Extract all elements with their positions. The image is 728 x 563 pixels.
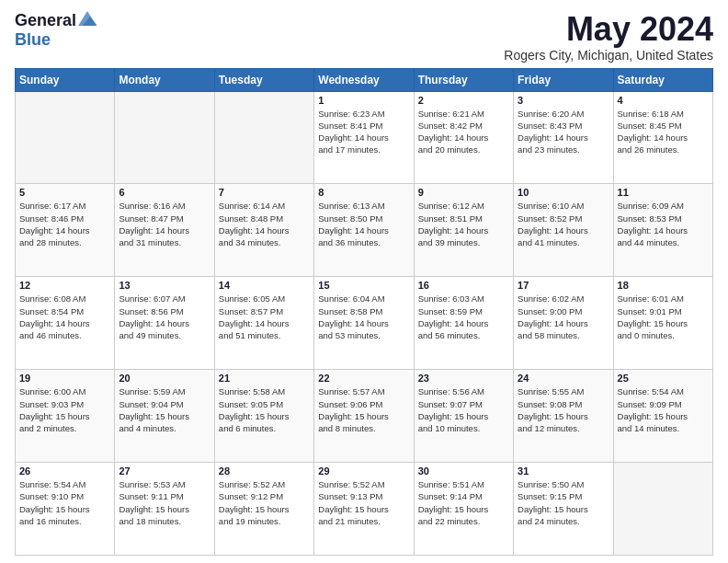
header-saturday: Saturday xyxy=(613,68,712,91)
day-info: Sunrise: 5:58 AM Sunset: 9:05 PM Dayligh… xyxy=(219,385,310,434)
logo-icon xyxy=(78,11,97,26)
day-number: 5 xyxy=(19,187,110,198)
table-row: 3Sunrise: 6:20 AM Sunset: 8:43 PM Daylig… xyxy=(514,91,613,184)
day-number: 20 xyxy=(119,373,210,384)
day-info: Sunrise: 6:16 AM Sunset: 8:47 PM Dayligh… xyxy=(119,200,210,248)
day-info: Sunrise: 6:20 AM Sunset: 8:43 PM Dayligh… xyxy=(518,108,609,156)
table-row xyxy=(214,91,313,184)
table-row: 10Sunrise: 6:10 AM Sunset: 8:52 PM Dayli… xyxy=(514,184,613,277)
table-row: 19Sunrise: 6:00 AM Sunset: 9:03 PM Dayli… xyxy=(16,370,115,463)
day-number: 8 xyxy=(318,187,409,198)
day-number: 26 xyxy=(19,465,110,477)
logo-general-text: General xyxy=(15,11,76,30)
table-row: 9Sunrise: 6:12 AM Sunset: 8:51 PM Daylig… xyxy=(414,184,513,277)
day-info: Sunrise: 5:57 AM Sunset: 9:06 PM Dayligh… xyxy=(318,385,409,434)
table-row: 7Sunrise: 6:14 AM Sunset: 8:48 PM Daylig… xyxy=(214,184,313,277)
day-number: 16 xyxy=(418,280,509,291)
day-info: Sunrise: 6:23 AM Sunset: 8:41 PM Dayligh… xyxy=(318,108,409,156)
page: General Blue May 2024 Rogers City, Michi… xyxy=(0,0,728,563)
table-row: 14Sunrise: 6:05 AM Sunset: 8:57 PM Dayli… xyxy=(214,277,313,370)
day-number: 18 xyxy=(618,280,709,291)
day-number: 23 xyxy=(418,373,509,384)
month-title: May 2024 xyxy=(504,11,713,48)
table-row: 8Sunrise: 6:13 AM Sunset: 8:50 PM Daylig… xyxy=(314,184,414,277)
day-number: 21 xyxy=(219,373,310,384)
day-number: 24 xyxy=(518,373,609,384)
header-sunday: Sunday xyxy=(16,68,115,91)
table-row: 22Sunrise: 5:57 AM Sunset: 9:06 PM Dayli… xyxy=(314,370,414,463)
day-number: 6 xyxy=(119,187,210,198)
day-number: 31 xyxy=(518,465,609,477)
day-info: Sunrise: 5:51 AM Sunset: 9:14 PM Dayligh… xyxy=(418,478,509,527)
day-info: Sunrise: 6:01 AM Sunset: 9:01 PM Dayligh… xyxy=(618,293,709,341)
table-row: 26Sunrise: 5:54 AM Sunset: 9:10 PM Dayli… xyxy=(16,463,115,556)
day-number: 17 xyxy=(518,280,609,291)
table-row: 30Sunrise: 5:51 AM Sunset: 9:14 PM Dayli… xyxy=(414,463,513,556)
calendar-table: Sunday Monday Tuesday Wednesday Thursday… xyxy=(15,68,713,556)
day-number: 10 xyxy=(518,187,609,198)
day-info: Sunrise: 5:54 AM Sunset: 9:09 PM Dayligh… xyxy=(618,385,709,434)
day-number: 30 xyxy=(418,465,509,477)
title-block: May 2024 Rogers City, Michigan, United S… xyxy=(504,11,713,63)
header-thursday: Thursday xyxy=(414,68,513,91)
table-row: 5Sunrise: 6:17 AM Sunset: 8:46 PM Daylig… xyxy=(16,184,115,277)
table-row: 27Sunrise: 5:53 AM Sunset: 9:11 PM Dayli… xyxy=(115,463,214,556)
day-info: Sunrise: 6:21 AM Sunset: 8:42 PM Dayligh… xyxy=(418,108,509,156)
day-info: Sunrise: 6:08 AM Sunset: 8:54 PM Dayligh… xyxy=(19,293,110,341)
day-number: 13 xyxy=(119,280,210,291)
day-info: Sunrise: 6:00 AM Sunset: 9:03 PM Dayligh… xyxy=(19,385,110,434)
table-row: 29Sunrise: 5:52 AM Sunset: 9:13 PM Dayli… xyxy=(314,463,414,556)
day-number: 9 xyxy=(418,187,509,198)
day-number: 7 xyxy=(219,187,310,198)
day-number: 1 xyxy=(318,95,409,106)
table-row: 4Sunrise: 6:18 AM Sunset: 8:45 PM Daylig… xyxy=(613,91,712,184)
table-row: 16Sunrise: 6:03 AM Sunset: 8:59 PM Dayli… xyxy=(414,277,513,370)
table-row: 11Sunrise: 6:09 AM Sunset: 8:53 PM Dayli… xyxy=(613,184,712,277)
day-info: Sunrise: 6:05 AM Sunset: 8:57 PM Dayligh… xyxy=(219,293,310,341)
table-row: 1Sunrise: 6:23 AM Sunset: 8:41 PM Daylig… xyxy=(314,91,414,184)
table-row: 17Sunrise: 6:02 AM Sunset: 9:00 PM Dayli… xyxy=(514,277,613,370)
day-number: 11 xyxy=(618,187,709,198)
header-friday: Friday xyxy=(514,68,613,91)
day-info: Sunrise: 5:59 AM Sunset: 9:04 PM Dayligh… xyxy=(119,385,210,434)
header-monday: Monday xyxy=(115,68,214,91)
table-row: 2Sunrise: 6:21 AM Sunset: 8:42 PM Daylig… xyxy=(414,91,513,184)
header-tuesday: Tuesday xyxy=(214,68,313,91)
day-info: Sunrise: 5:54 AM Sunset: 9:10 PM Dayligh… xyxy=(19,478,110,527)
logo-blue-text: Blue xyxy=(15,30,51,50)
day-number: 25 xyxy=(618,373,709,384)
table-row: 15Sunrise: 6:04 AM Sunset: 8:58 PM Dayli… xyxy=(314,277,414,370)
calendar-week-3: 12Sunrise: 6:08 AM Sunset: 8:54 PM Dayli… xyxy=(16,277,713,370)
table-row: 25Sunrise: 5:54 AM Sunset: 9:09 PM Dayli… xyxy=(613,370,712,463)
table-row: 20Sunrise: 5:59 AM Sunset: 9:04 PM Dayli… xyxy=(115,370,214,463)
table-row: 21Sunrise: 5:58 AM Sunset: 9:05 PM Dayli… xyxy=(214,370,313,463)
table-row: 28Sunrise: 5:52 AM Sunset: 9:12 PM Dayli… xyxy=(214,463,313,556)
calendar-header-row: Sunday Monday Tuesday Wednesday Thursday… xyxy=(16,68,713,91)
table-row: 18Sunrise: 6:01 AM Sunset: 9:01 PM Dayli… xyxy=(613,277,712,370)
table-row: 12Sunrise: 6:08 AM Sunset: 8:54 PM Dayli… xyxy=(16,277,115,370)
header-wednesday: Wednesday xyxy=(314,68,414,91)
day-info: Sunrise: 6:10 AM Sunset: 8:52 PM Dayligh… xyxy=(518,200,609,248)
table-row: 31Sunrise: 5:50 AM Sunset: 9:15 PM Dayli… xyxy=(514,463,613,556)
day-info: Sunrise: 6:12 AM Sunset: 8:51 PM Dayligh… xyxy=(418,200,509,248)
day-info: Sunrise: 6:13 AM Sunset: 8:50 PM Dayligh… xyxy=(318,200,409,248)
table-row: 6Sunrise: 6:16 AM Sunset: 8:47 PM Daylig… xyxy=(115,184,214,277)
table-row xyxy=(613,463,712,556)
day-number: 2 xyxy=(418,95,509,106)
day-info: Sunrise: 5:53 AM Sunset: 9:11 PM Dayligh… xyxy=(119,478,210,527)
day-number: 27 xyxy=(119,465,210,477)
table-row xyxy=(16,91,115,184)
day-number: 19 xyxy=(19,373,110,384)
location: Rogers City, Michigan, United States xyxy=(504,48,713,63)
calendar-week-1: 1Sunrise: 6:23 AM Sunset: 8:41 PM Daylig… xyxy=(16,91,713,184)
day-info: Sunrise: 5:52 AM Sunset: 9:13 PM Dayligh… xyxy=(318,478,409,527)
calendar-week-2: 5Sunrise: 6:17 AM Sunset: 8:46 PM Daylig… xyxy=(16,184,713,277)
day-info: Sunrise: 5:56 AM Sunset: 9:07 PM Dayligh… xyxy=(418,385,509,434)
day-info: Sunrise: 6:17 AM Sunset: 8:46 PM Dayligh… xyxy=(19,200,110,248)
day-info: Sunrise: 5:52 AM Sunset: 9:12 PM Dayligh… xyxy=(219,478,310,527)
day-number: 28 xyxy=(219,465,310,477)
day-number: 22 xyxy=(318,373,409,384)
day-number: 15 xyxy=(318,280,409,291)
day-info: Sunrise: 6:03 AM Sunset: 8:59 PM Dayligh… xyxy=(418,293,509,341)
day-info: Sunrise: 5:50 AM Sunset: 9:15 PM Dayligh… xyxy=(518,478,609,527)
